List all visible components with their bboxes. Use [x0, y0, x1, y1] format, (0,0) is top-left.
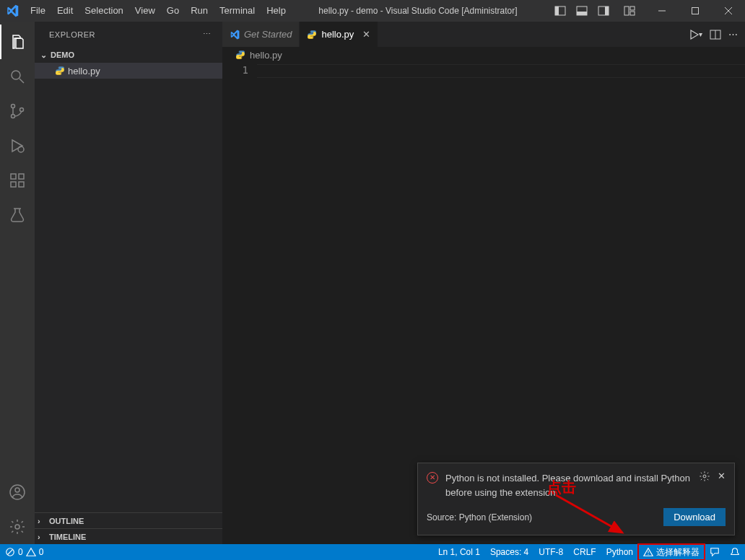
svg-rect-7: [630, 6, 635, 10]
svg-rect-21: [19, 182, 24, 187]
breadcrumb-label: hello.py: [250, 50, 282, 61]
svg-point-18: [18, 146, 24, 152]
search-icon[interactable]: [0, 59, 35, 94]
tab-label: Get Started: [244, 29, 292, 40]
status-feedback-icon[interactable]: [705, 544, 725, 560]
svg-rect-20: [11, 182, 16, 187]
status-language[interactable]: Python: [601, 544, 638, 560]
svg-rect-8: [630, 12, 635, 15]
customize-layout-icon[interactable]: [621, 0, 638, 22]
menu-help[interactable]: Help: [261, 0, 292, 22]
layout-controls: [544, 0, 645, 22]
menu-terminal[interactable]: Terminal: [214, 0, 261, 22]
minimize-button[interactable]: [645, 0, 679, 22]
close-button[interactable]: [712, 0, 745, 22]
tab-label: hello.py: [321, 29, 354, 40]
svg-line-14: [19, 79, 24, 83]
menu-go[interactable]: Go: [161, 0, 185, 22]
status-problems[interactable]: 0 0: [0, 544, 48, 560]
sidebar-title: EXPLORER: [49, 30, 95, 39]
statusbar: 0 0 Ln 1, Col 1 Spaces: 4 UTF-8 CRLF Pyt…: [0, 544, 745, 560]
close-tab-icon[interactable]: ✕: [362, 29, 370, 40]
status-eol[interactable]: CRLF: [568, 544, 601, 560]
svg-point-16: [12, 115, 15, 118]
window-controls: [645, 0, 745, 22]
menu-edit[interactable]: Edit: [51, 0, 79, 22]
menubar: File Edit Selection View Go Run Terminal…: [25, 0, 292, 22]
line-number: 1: [222, 64, 248, 76]
settings-gear-icon[interactable]: [0, 509, 35, 544]
notification-toast: ✕ Python is not installed. Please downlo…: [417, 463, 735, 535]
svg-point-13: [12, 71, 20, 79]
notification-settings-icon[interactable]: [699, 471, 710, 482]
python-file-icon: [235, 50, 245, 60]
tab-hello-py[interactable]: hello.py ✕: [300, 22, 378, 47]
titlebar: File Edit Selection View Go Run Terminal…: [0, 0, 745, 22]
tabbar: Get Started hello.py ✕ ▾ ⋯: [222, 22, 745, 47]
svg-rect-19: [11, 174, 16, 179]
explorer-icon[interactable]: [0, 25, 35, 59]
menu-selection[interactable]: Selection: [79, 0, 128, 22]
svg-rect-22: [19, 174, 24, 179]
outline-label: OUTLINE: [49, 517, 84, 525]
maximize-button[interactable]: [679, 0, 712, 22]
svg-point-17: [20, 108, 24, 112]
line-gutter: 1: [222, 63, 257, 544]
breadcrumb[interactable]: hello.py: [222, 47, 745, 63]
notification-message: Python is not installed. Please download…: [445, 471, 692, 499]
python-file-icon: [307, 30, 317, 40]
python-file-icon: [55, 66, 68, 76]
status-select-interpreter[interactable]: 选择解释器: [638, 544, 705, 560]
timeline-section[interactable]: › TIMELINE: [35, 528, 222, 544]
source-control-icon[interactable]: [0, 94, 35, 128]
notification-source: Source: Python (Extension): [427, 512, 532, 522]
interpreter-label: 选择解释器: [656, 546, 700, 559]
error-count: 0: [18, 547, 23, 557]
testing-icon[interactable]: [0, 198, 35, 232]
explorer-root[interactable]: ⌄ DEMO: [35, 47, 222, 63]
status-ln-col[interactable]: Ln 1, Col 1: [433, 544, 485, 560]
svg-rect-10: [692, 8, 699, 14]
split-editor-icon[interactable]: [710, 29, 721, 40]
chevron-down-icon: ⌄: [40, 51, 51, 60]
extensions-icon[interactable]: [0, 163, 35, 198]
svg-line-30: [8, 550, 13, 555]
warning-count: 0: [39, 547, 44, 557]
status-encoding[interactable]: UTF-8: [533, 544, 568, 560]
toggle-panel-right-icon[interactable]: [595, 0, 612, 22]
chevron-right-icon: ›: [38, 517, 49, 525]
file-tree-item[interactable]: hello.py: [35, 63, 222, 79]
svg-point-33: [703, 475, 706, 478]
accounts-icon[interactable]: [0, 475, 35, 509]
error-icon: ✕: [427, 472, 438, 484]
svg-rect-6: [624, 6, 629, 15]
svg-point-32: [648, 554, 648, 555]
vscode-logo-icon: [0, 0, 25, 22]
svg-point-25: [15, 488, 19, 492]
menu-view[interactable]: View: [129, 0, 161, 22]
svg-point-15: [12, 105, 15, 108]
menu-file[interactable]: File: [25, 0, 51, 22]
more-actions-icon[interactable]: ⋯: [203, 30, 212, 39]
tab-get-started[interactable]: Get Started: [222, 22, 300, 47]
menu-run[interactable]: Run: [185, 0, 214, 22]
svg-rect-1: [555, 6, 559, 15]
window-title: hello.py - demo - Visual Studio Code [Ad…: [292, 6, 544, 16]
notification-close-icon[interactable]: ✕: [718, 471, 726, 482]
activitybar: [0, 22, 35, 544]
status-indent[interactable]: Spaces: 4: [485, 544, 533, 560]
chevron-right-icon: ›: [38, 533, 49, 541]
toggle-panel-bottom-icon[interactable]: [573, 0, 591, 22]
toggle-panel-left-icon[interactable]: [552, 0, 569, 22]
sidebar: EXPLORER ⋯ ⌄ DEMO hello.py › OUTLINE › T…: [35, 22, 222, 544]
run-debug-icon[interactable]: [0, 128, 35, 163]
svg-rect-5: [605, 6, 609, 15]
download-button[interactable]: Download: [663, 508, 726, 526]
file-name: hello.py: [68, 66, 100, 76]
svg-rect-3: [577, 12, 587, 15]
outline-section[interactable]: › OUTLINE: [35, 512, 222, 528]
run-file-button[interactable]: ▾: [689, 29, 702, 40]
current-line-highlight: [257, 64, 745, 78]
more-editor-actions-icon[interactable]: ⋯: [728, 29, 738, 40]
status-notifications-icon[interactable]: [725, 544, 745, 560]
